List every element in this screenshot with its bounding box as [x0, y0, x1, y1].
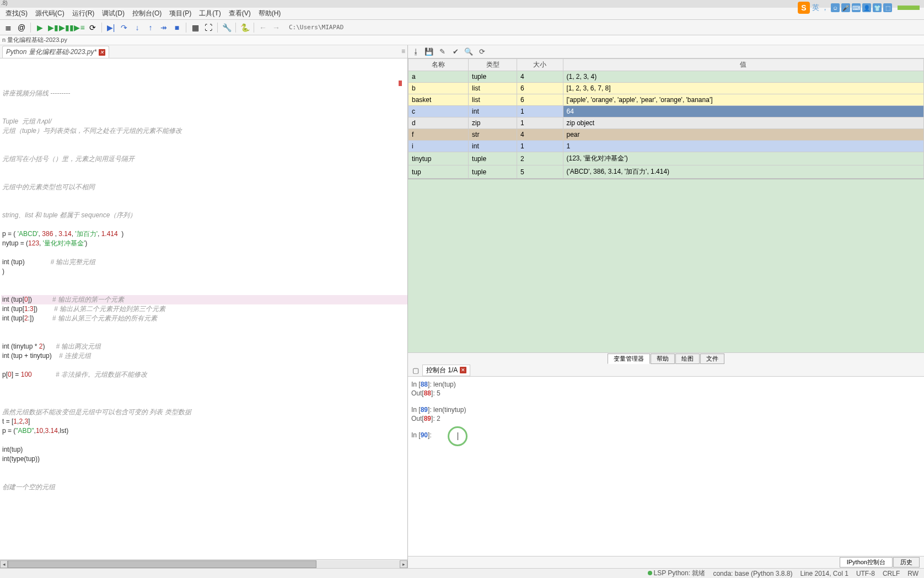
- code-line: [1, 201, 407, 211]
- variable-row[interactable]: blist6[1, 2, 3, 6, 7, 8]: [409, 83, 924, 94]
- menu-run[interactable]: 运行(R): [69, 8, 98, 19]
- run-selection-icon[interactable]: ▶≡: [73, 22, 85, 34]
- console-close-icon[interactable]: ✕: [460, 367, 466, 373]
- keyboard-icon[interactable]: ⌨: [852, 3, 861, 12]
- python-icon[interactable]: 🐍: [239, 22, 251, 34]
- tab-ipython[interactable]: IPython控制台: [840, 557, 893, 568]
- panel-menu-icon[interactable]: ≡: [401, 47, 405, 55]
- shirt-icon[interactable]: 👕: [873, 3, 882, 12]
- code-line: [1, 173, 407, 183]
- tab-plot[interactable]: 绘图: [675, 354, 700, 364]
- variable-row[interactable]: atuple4(1, 2, 3, 4): [409, 71, 924, 83]
- code-line: [1, 323, 407, 333]
- tab-file[interactable]: 文件: [700, 354, 724, 364]
- grid-icon[interactable]: ⬚: [883, 3, 892, 12]
- run-icon[interactable]: ▶: [34, 22, 46, 34]
- run-cell-advance-icon[interactable]: ▶▮▮: [60, 22, 72, 34]
- variable-toolbar: ⭳ 💾 ✎ ✔ 🔍 ⟳: [408, 45, 924, 58]
- layout-icon[interactable]: ▦: [189, 22, 201, 34]
- code-line: [1, 98, 407, 108]
- variable-row[interactable]: tuptuple5('ABCD', 386, 3.14, '加百力', 1.41…: [409, 165, 924, 179]
- menu-tools[interactable]: 工具(T): [196, 8, 224, 19]
- back-icon[interactable]: ←: [257, 22, 269, 34]
- reload-icon[interactable]: ⟳: [477, 47, 486, 56]
- search-icon[interactable]: 🔍: [464, 47, 473, 56]
- menu-find[interactable]: 查找(S): [2, 8, 31, 19]
- variable-row[interactable]: fstr4pear: [409, 129, 924, 141]
- console-folder-icon[interactable]: ▢: [411, 366, 420, 374]
- close-icon[interactable]: ✕: [99, 49, 105, 56]
- variable-explorer: 名称 类型 大小 值 atuple4(1, 2, 3, 4)blist6[1, …: [408, 58, 924, 179]
- variable-row[interactable]: cint164: [409, 106, 924, 117]
- file-tab[interactable]: Python 量化编程基础-2023.py* ✕: [2, 46, 109, 58]
- filter-icon[interactable]: ✔: [451, 47, 460, 56]
- menu-view[interactable]: 查看(V): [225, 8, 254, 19]
- fullscreen-icon[interactable]: ⛶: [202, 22, 214, 34]
- tab-strip: Python 量化编程基础-2023.py* ✕ ≡: [0, 45, 407, 58]
- list-icon[interactable]: ≣: [2, 22, 14, 34]
- import-icon[interactable]: ⭳: [411, 47, 420, 56]
- code-line: int (tup[2:]) # 输出从第三个元素开始的所有元素: [1, 314, 407, 323]
- tab-help[interactable]: 帮助: [651, 354, 675, 364]
- status-dot-icon: [648, 571, 652, 575]
- code-line: [1, 164, 407, 173]
- code-line: [1, 473, 407, 483]
- menu-source[interactable]: 源代码(C): [32, 8, 68, 19]
- step-over-icon[interactable]: ↷: [118, 22, 130, 34]
- at-icon[interactable]: @: [15, 22, 28, 34]
- code-line: 元组（tuple）与列表类似，不同之处在于元组的元素不能修改: [1, 126, 407, 136]
- scroll-thumb[interactable]: [8, 560, 316, 568]
- code-line: [1, 145, 407, 154]
- status-position[interactable]: Line 2014, Col 1: [800, 570, 848, 577]
- code-line: 创建一个空的元组: [1, 483, 407, 492]
- forward-icon[interactable]: →: [270, 22, 282, 34]
- horizontal-scrollbar[interactable]: ◂ ▸: [0, 559, 407, 568]
- status-encoding[interactable]: UTF-8: [856, 570, 875, 577]
- status-conda[interactable]: conda: base (Python 3.8.8): [713, 570, 792, 577]
- mic-icon[interactable]: 🎤: [841, 3, 850, 12]
- ipython-console[interactable]: In [88]: len(tup) Out[88]: 5 In [89]: le…: [408, 377, 924, 556]
- user-icon[interactable]: 👤: [862, 3, 871, 12]
- settings-icon[interactable]: 🔧: [221, 22, 233, 34]
- console-prompt[interactable]: In [90]:: [411, 431, 921, 440]
- variable-row[interactable]: dzip1zip object: [409, 117, 924, 129]
- run-cell-icon[interactable]: ▶▮: [47, 22, 59, 34]
- step-continue-icon[interactable]: ▶|: [105, 22, 117, 34]
- working-dir: C:\Users\MIAPAD: [289, 24, 343, 31]
- status-eol[interactable]: CRLF: [883, 570, 900, 577]
- menu-debug[interactable]: 调试(D): [99, 8, 128, 19]
- variable-row[interactable]: iint11: [409, 141, 924, 152]
- refresh-icon[interactable]: ⟳: [87, 22, 99, 34]
- step-into-icon[interactable]: ↓: [131, 22, 143, 34]
- variable-row[interactable]: tinytuptuple2(123, '量化对冲基金'): [409, 152, 924, 165]
- scroll-right-icon[interactable]: ▸: [400, 560, 407, 568]
- col-name[interactable]: 名称: [409, 59, 469, 71]
- scroll-left-icon[interactable]: ◂: [0, 560, 8, 568]
- console-tab[interactable]: 控制台 1/A ✕: [422, 365, 470, 376]
- menubar: 查找(S) 源代码(C) 运行(R) 调试(D) 控制台(O) 项目(P) 工具…: [0, 8, 924, 20]
- stop-icon[interactable]: ■: [171, 22, 183, 34]
- code-line: int (tinytup * 2) # 输出两次元组: [1, 342, 407, 351]
- code-line: int (tup[0]) # 输出元组的第一个元素: [1, 295, 407, 304]
- smile-icon[interactable]: ☺: [831, 3, 840, 12]
- col-type[interactable]: 类型: [469, 59, 517, 71]
- step-out-icon[interactable]: ↑: [144, 22, 157, 34]
- menu-project[interactable]: 项目(P): [166, 8, 195, 19]
- menu-help[interactable]: 帮助(H): [255, 8, 284, 19]
- col-value[interactable]: 值: [563, 59, 924, 71]
- code-line: [1, 333, 407, 342]
- tab-history[interactable]: 历史: [893, 557, 920, 568]
- status-lsp: LSP Python: 就绪: [648, 569, 706, 578]
- step-next-icon[interactable]: ↠: [158, 22, 170, 34]
- code-line: [1, 248, 407, 258]
- save-icon[interactable]: 💾: [425, 47, 433, 56]
- tab-variable-manager[interactable]: 变量管理器: [608, 354, 650, 364]
- col-size[interactable]: 大小: [517, 59, 563, 71]
- ime-badge: S 英 ， ☺ 🎤 ⌨ 👤 👕 ⬚: [793, 0, 924, 15]
- edit-icon[interactable]: ✎: [438, 47, 447, 56]
- menu-console[interactable]: 控制台(O): [129, 8, 165, 19]
- ime-icons: ☺ 🎤 ⌨ 👤 👕 ⬚: [831, 3, 892, 12]
- variable-row[interactable]: basketlist6['apple', 'orange', 'apple', …: [409, 94, 924, 106]
- code-editor[interactable]: 讲座视频分隔线 --------- Tuple 元组 /tʌpl/元组（tupl…: [0, 58, 407, 559]
- code-line: [1, 192, 407, 201]
